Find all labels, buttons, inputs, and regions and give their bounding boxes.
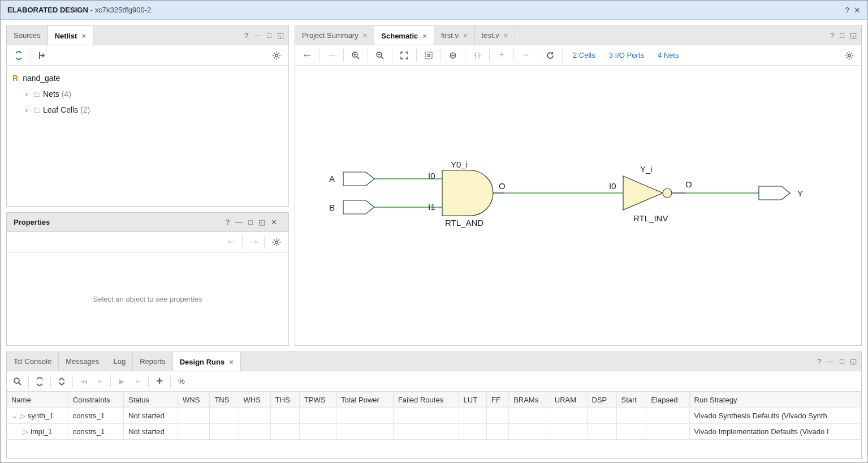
column-header[interactable]: FF [487,392,509,408]
column-header[interactable]: DSP [587,392,616,408]
table-cell [509,424,550,440]
tree-root-nand-gate[interactable]: R nand_gate [12,70,283,86]
column-header[interactable]: Start [616,392,646,408]
zoom-in-icon[interactable] [348,48,363,63]
svg-point-0 [275,54,278,56]
column-header[interactable]: WNS [178,392,210,408]
collapse-all-icon[interactable] [32,374,47,389]
close-icon[interactable]: × [229,358,234,366]
maximize-icon[interactable]: □ [840,357,844,366]
forward-icon[interactable]: 🡒 [247,238,260,246]
column-header[interactable]: URAM [550,392,587,408]
float-icon[interactable]: ◱ [277,31,284,40]
go-to-icon[interactable] [36,48,50,63]
column-header[interactable]: Failed Routes [393,392,459,408]
tab-netlist[interactable]: Netlist × [48,26,93,45]
column-header[interactable]: BRAMs [509,392,550,408]
gear-icon[interactable] [842,48,857,63]
tab-design-runs[interactable]: Design Runs× [173,352,241,371]
schematic-canvas[interactable]: A B Y0_i I0 I1 RTL_AND O [295,66,861,345]
tab-tcl-console[interactable]: Tcl Console [7,352,59,371]
search-icon[interactable] [10,374,25,389]
link-cells[interactable]: 2 Cells [567,51,601,59]
column-header[interactable]: Constraints [68,392,123,408]
chevron-down-icon[interactable]: ⌄ [11,411,18,420]
tree-item-nets[interactable]: › 🗀 Nets (4) [12,86,283,102]
column-header[interactable]: Total Power [336,392,393,408]
table-row[interactable]: ▷impl_1constrs_1Not startedVivado Implem… [7,424,861,440]
tab-first-v[interactable]: first.v× [434,26,475,45]
table-cell [270,408,299,424]
add-run-icon[interactable]: + [152,374,167,389]
port-a-shape[interactable] [343,172,374,186]
zoom-out-icon[interactable] [373,48,387,63]
tab-project-summary[interactable]: Project Summary× [295,26,374,45]
link-nets[interactable]: 4 Nets [652,51,685,59]
table-cell [616,424,646,440]
zoom-area-icon[interactable] [421,48,436,63]
close-icon[interactable]: × [81,32,86,40]
table-cell [509,408,550,424]
netlist-tree: R nand_gate › 🗀 Nets (4) › 🗀 [7,66,288,122]
back-icon[interactable]: 🡐 [225,238,237,246]
expand-all-icon[interactable] [54,374,69,389]
auto-fit-icon[interactable] [446,48,460,63]
minimize-icon[interactable]: — [827,357,834,366]
tab-log[interactable]: Log [106,352,133,371]
close-icon[interactable]: × [363,31,368,40]
table-cell [239,424,270,440]
svg-point-39 [14,378,19,383]
collapse-all-icon[interactable] [11,48,26,63]
gear-icon[interactable] [269,48,284,63]
help-icon[interactable]: ? [830,31,834,40]
tab-sources[interactable]: Sources [7,26,48,45]
table-row[interactable]: ⌄▷synth_1constrs_1Not startedVivado Synt… [7,408,861,424]
float-icon[interactable]: ◱ [258,218,265,226]
close-icon[interactable]: × [504,31,508,40]
column-header[interactable]: WHS [239,392,270,408]
zoom-fit-icon[interactable] [397,48,412,63]
column-header[interactable]: Status [124,392,178,408]
link-io-ports[interactable]: 3 I/O Ports [603,51,650,59]
column-header[interactable]: THS [270,392,299,408]
help-icon[interactable]: ? [244,31,248,40]
table-cell: constrs_1 [68,424,123,440]
float-icon[interactable]: ◱ [850,31,857,40]
help-icon[interactable]: ? [226,218,230,226]
port-b-shape[interactable] [343,200,374,214]
maximize-icon[interactable]: □ [840,31,844,40]
float-icon[interactable]: ◱ [850,357,857,366]
tab-reports[interactable]: Reports [133,352,173,371]
close-icon[interactable]: × [422,32,427,40]
percent-icon[interactable]: % [174,374,189,389]
tab-test-v[interactable]: test.v× [475,26,516,45]
tab-messages[interactable]: Messages [59,352,106,371]
minimize-icon[interactable]: — [235,218,243,226]
chevron-right-icon[interactable]: › [23,105,31,114]
help-icon[interactable]: ? [817,357,821,366]
minimize-icon[interactable]: — [254,31,261,40]
tab-schematic[interactable]: Schematic× [374,26,434,45]
maximize-icon[interactable]: □ [248,218,253,226]
back-icon[interactable]: 🡐 [300,48,314,63]
close-icon[interactable]: ✕ [271,218,277,226]
table-cell [178,424,210,440]
column-header[interactable]: TPWS [300,392,336,408]
gear-icon[interactable] [269,235,284,250]
column-header[interactable]: Run Strategy [689,392,861,408]
close-icon[interactable]: × [463,31,468,40]
inv-gate[interactable] [623,176,663,210]
regenerate-icon[interactable] [543,48,558,63]
column-header[interactable]: TNS [210,392,239,408]
column-header[interactable]: LUT [459,392,486,408]
tree-item-leaf-cells[interactable]: › 🗀 Leaf Cells (2) [12,102,283,118]
chevron-right-icon[interactable]: › [23,89,31,98]
column-header[interactable]: Elapsed [646,392,689,408]
close-icon[interactable]: ✕ [854,6,861,15]
column-header[interactable]: Name [7,392,68,408]
and-gate[interactable] [442,170,493,216]
maximize-icon[interactable]: □ [267,31,271,40]
port-y-shape[interactable] [759,186,790,200]
help-icon[interactable]: ? [845,6,849,15]
table-cell [550,408,587,424]
